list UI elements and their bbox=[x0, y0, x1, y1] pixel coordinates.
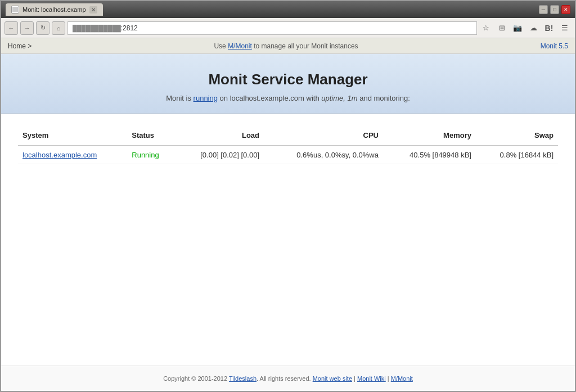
mmonit-header-link[interactable]: M/Monit bbox=[228, 42, 252, 50]
cell-status: Running bbox=[127, 146, 174, 164]
home-button[interactable]: ⌂ bbox=[52, 21, 65, 35]
table-row: localhost.example.com Running [0.00] [0.… bbox=[18, 146, 558, 164]
col-swap: Swap bbox=[476, 125, 558, 146]
home-breadcrumb: Home > bbox=[8, 42, 32, 50]
tildeslash-link[interactable]: Tildeslash bbox=[229, 375, 256, 382]
window-controls: ─ □ ✕ bbox=[539, 5, 570, 14]
breadcrumb-separator: > bbox=[28, 42, 32, 50]
minimize-button[interactable]: ─ bbox=[539, 5, 548, 14]
mmonit-footer-link[interactable]: M/Monit bbox=[391, 375, 413, 382]
info-text-after: to manage all your Monit instances bbox=[252, 42, 358, 50]
close-button[interactable]: ✕ bbox=[561, 5, 570, 14]
tab-favicon bbox=[11, 6, 19, 13]
title-bar: Monit: localhost.examp ✕ ─ □ ✕ bbox=[1, 1, 575, 18]
monit-web-link[interactable]: Monit web site bbox=[313, 375, 352, 382]
nav-icon-group: ☆ ⊞ 📷 ☁ B! ☰ bbox=[479, 21, 572, 35]
services-table-section: System Status Load CPU Memory Swap local… bbox=[1, 114, 575, 366]
browser-window: Monit: localhost.examp ✕ ─ □ ✕ ← → ↻ ⌂ █… bbox=[0, 0, 576, 392]
subtitle-before: Monit is bbox=[166, 94, 193, 102]
subtitle-middle: on localhost.example.com with bbox=[218, 94, 321, 102]
col-system: System bbox=[18, 125, 127, 146]
subtitle-uptime-value: 1m bbox=[345, 94, 359, 102]
page-header: Monit Service Manager Monit is running o… bbox=[1, 54, 575, 114]
svg-rect-0 bbox=[12, 7, 18, 12]
cell-system: localhost.example.com bbox=[18, 146, 127, 164]
status-badge: Running bbox=[132, 151, 159, 159]
cell-swap: 0.8% [16844 kB] bbox=[476, 146, 558, 164]
subtitle-uptime-label: uptime, bbox=[321, 94, 345, 102]
subtitle-after: and monitoring: bbox=[359, 94, 410, 102]
browser-content: Monit Service Manager Monit is running o… bbox=[1, 54, 575, 391]
version-label: Monit 5.5 bbox=[541, 42, 568, 50]
tab-close-button[interactable]: ✕ bbox=[89, 6, 97, 13]
col-cpu: CPU bbox=[264, 125, 383, 146]
table-header-row: System Status Load CPU Memory Swap bbox=[18, 125, 558, 146]
tab-title: Monit: localhost.examp bbox=[22, 6, 86, 13]
version-link[interactable]: Monit 5.5 bbox=[541, 42, 568, 50]
bookmark-icon[interactable]: ☆ bbox=[479, 21, 493, 35]
forward-button[interactable]: → bbox=[20, 21, 34, 35]
cell-memory: 40.5% [849948 kB] bbox=[383, 146, 476, 164]
footer-sep1: | bbox=[352, 375, 357, 382]
info-center: Use M/Monit to manage all your Monit ins… bbox=[32, 42, 540, 50]
home-link[interactable]: Home bbox=[8, 42, 26, 50]
running-status-link[interactable]: running bbox=[194, 94, 218, 102]
address-domain: ███████████ bbox=[73, 25, 121, 31]
cell-load: [0.00] [0.02] [0.00] bbox=[175, 146, 264, 164]
address-bar[interactable]: ███████████ :2812 bbox=[68, 21, 477, 35]
navigation-bar: ← → ↻ ⌂ ███████████ :2812 ☆ ⊞ 📷 ☁ B! ☰ bbox=[1, 18, 575, 38]
col-status: Status bbox=[127, 125, 174, 146]
back-button[interactable]: ← bbox=[4, 21, 18, 35]
cell-cpu: 0.6%us, 0.0%sy, 0.0%wa bbox=[264, 146, 383, 164]
services-table: System Status Load CPU Memory Swap local… bbox=[18, 125, 558, 164]
reload-button[interactable]: ↻ bbox=[36, 21, 50, 35]
info-bar: Home > Use M/Monit to manage all your Mo… bbox=[1, 38, 575, 54]
footer-rights: . All rights reserved. bbox=[256, 375, 313, 382]
browser-tab[interactable]: Monit: localhost.examp ✕ bbox=[6, 3, 103, 16]
system-link[interactable]: localhost.example.com bbox=[22, 151, 97, 159]
info-text-before: Use bbox=[214, 42, 228, 50]
maximize-button[interactable]: □ bbox=[550, 5, 559, 14]
b-icon[interactable]: B! bbox=[542, 21, 556, 35]
cloud-icon[interactable]: ☁ bbox=[526, 21, 540, 35]
monit-wiki-link[interactable]: Monit Wiki bbox=[357, 375, 386, 382]
col-memory: Memory bbox=[383, 125, 476, 146]
menu-icon[interactable]: ☰ bbox=[558, 21, 572, 35]
col-load: Load bbox=[175, 125, 264, 146]
address-port: :2812 bbox=[121, 24, 138, 32]
grid-icon[interactable]: ⊞ bbox=[495, 21, 508, 35]
page-footer: Copyright © 2001-2012 Tildeslash. All ri… bbox=[1, 366, 575, 391]
page-title: Monit Service Manager bbox=[12, 71, 564, 88]
footer-copyright: Copyright © 2001-2012 bbox=[163, 375, 229, 382]
camera-icon[interactable]: 📷 bbox=[511, 21, 524, 35]
page-subtitle: Monit is running on localhost.example.co… bbox=[12, 94, 564, 102]
footer-sep2: | bbox=[386, 375, 391, 382]
